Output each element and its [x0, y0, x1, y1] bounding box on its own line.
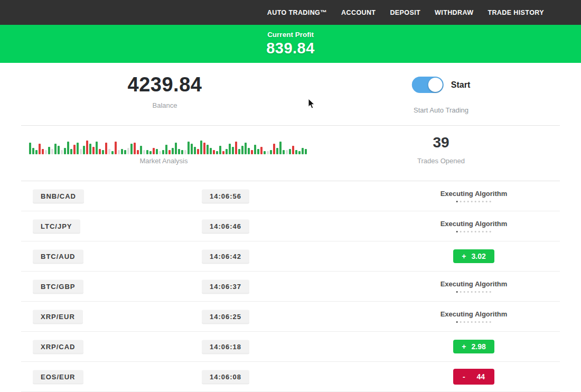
- time-chip[interactable]: 14:06:56: [202, 190, 249, 203]
- market-bar: [175, 143, 177, 154]
- market-bar: [276, 148, 278, 154]
- market-bar: [45, 150, 47, 154]
- trades-opened-value: 39: [433, 134, 449, 151]
- profit-badge: +2.98: [453, 340, 494, 353]
- progress-dots-icon: [456, 201, 491, 202]
- market-bar: [219, 146, 221, 154]
- market-bar: [264, 151, 266, 154]
- market-bar: [159, 151, 161, 154]
- trade-status: -44: [453, 369, 494, 385]
- market-bar: [260, 147, 263, 154]
- pair-chip[interactable]: XRP/EUR: [33, 310, 83, 323]
- pair-chip[interactable]: LTC/JPY: [33, 220, 80, 233]
- nav-item-1[interactable]: ACCOUNT: [341, 9, 376, 16]
- market-bar: [149, 151, 152, 154]
- market-bar: [267, 151, 269, 154]
- toggle-knob-icon: [428, 78, 443, 92]
- market-bar: [73, 145, 76, 154]
- market-bar: [146, 150, 148, 154]
- market-bar: [61, 150, 63, 154]
- trade-status: Executing Algorithm: [441, 280, 508, 293]
- market-bar: [121, 149, 123, 154]
- market-bar: [89, 144, 91, 154]
- market-analysis-chart: [29, 137, 307, 154]
- pair-chip[interactable]: EOS/EUR: [33, 370, 83, 384]
- trade-row: BTC/GBP 14:06:37 Executing Algorithm: [21, 272, 560, 302]
- trade-row: BNB/CAD 14:06:56 Executing Algorithm: [21, 181, 560, 211]
- market-bar: [111, 151, 114, 154]
- market-bar: [35, 150, 38, 154]
- nav-item-3[interactable]: WITHDRAW: [435, 9, 473, 16]
- time-chip[interactable]: 14:06:08: [202, 370, 249, 384]
- nav-item-4[interactable]: TRADE HISTORY: [488, 9, 544, 16]
- nav-item-0[interactable]: AUTO TRADING™: [267, 9, 327, 16]
- auto-trading-toggle-block: Start Start Auto Trading: [412, 77, 470, 114]
- market-bar: [102, 150, 104, 154]
- trade-row: LTC/JPY 14:06:46 Executing Algorithm: [21, 211, 560, 241]
- market-bar: [118, 150, 120, 154]
- time-chip[interactable]: 14:06:18: [202, 340, 249, 353]
- market-bar: [251, 150, 253, 154]
- executing-algorithm-indicator: Executing Algorithm: [441, 280, 508, 293]
- auto-trading-toggle[interactable]: [412, 77, 444, 93]
- trades-list: BNB/CAD 14:06:56 Executing Algorithm LTC…: [21, 181, 560, 392]
- market-bar: [270, 150, 272, 154]
- profit-badge: +3.02: [453, 249, 494, 263]
- market-bar: [162, 150, 164, 154]
- trade-row: EOS/EUR 14:06:08 -44: [21, 362, 560, 392]
- auto-trading-dashboard: AUTO TRADING™ACCOUNTDEPOSITWITHDRAWTRADE…: [0, 0, 581, 392]
- market-analysis-section: Market Analysis 39 Trades Opened: [0, 126, 581, 181]
- market-bar: [289, 149, 291, 154]
- market-bar: [130, 144, 133, 154]
- market-bar: [298, 151, 301, 154]
- current-profit-label: Current Profit: [267, 31, 314, 39]
- progress-dots-icon: [456, 231, 491, 232]
- market-bar: [216, 151, 218, 154]
- market-bar: [210, 148, 212, 154]
- trade-status: Executing Algorithm: [441, 220, 508, 232]
- market-bar: [137, 150, 139, 154]
- pair-chip[interactable]: BNB/CAD: [33, 190, 84, 203]
- pair-chip[interactable]: BTC/GBP: [33, 280, 83, 293]
- pair-chip[interactable]: XRP/CAD: [33, 340, 83, 353]
- toggle-label: Start: [451, 80, 470, 90]
- executing-algorithm-label: Executing Algorithm: [441, 280, 508, 288]
- market-bar: [178, 149, 180, 154]
- market-bar: [77, 143, 79, 154]
- market-bar: [42, 149, 44, 154]
- pair-chip[interactable]: BTC/AUD: [33, 250, 83, 263]
- market-bar: [39, 144, 41, 154]
- time-chip[interactable]: 14:06:42: [202, 250, 249, 263]
- market-bar: [188, 142, 190, 154]
- market-bar: [108, 149, 110, 154]
- trade-status: Executing Algorithm: [441, 190, 508, 202]
- market-bar: [238, 149, 240, 154]
- market-bar: [83, 146, 85, 154]
- market-bar: [226, 149, 228, 154]
- market-bar: [241, 146, 243, 154]
- current-profit-banner: Current Profit 839.84: [0, 25, 581, 63]
- market-bar: [295, 150, 297, 154]
- time-chip[interactable]: 14:06:25: [202, 310, 249, 323]
- market-bar: [96, 142, 98, 154]
- trades-opened-label: Trades Opened: [417, 157, 465, 165]
- market-bar: [115, 142, 117, 154]
- balance-label: Balance: [128, 101, 202, 109]
- market-bar: [153, 148, 155, 154]
- market-bar: [207, 145, 209, 154]
- current-profit-value: 839.84: [266, 40, 315, 57]
- market-bar: [64, 148, 66, 154]
- market-bar: [86, 141, 88, 154]
- market-bar: [235, 142, 237, 154]
- market-bar: [124, 150, 126, 154]
- progress-dots-icon: [456, 321, 491, 323]
- market-analysis-label: Market Analysis: [139, 157, 188, 165]
- market-bar: [140, 146, 142, 154]
- market-bar: [80, 149, 82, 154]
- market-bar: [67, 142, 69, 154]
- time-chip[interactable]: 14:06:37: [202, 280, 249, 293]
- time-chip[interactable]: 14:06:46: [202, 220, 249, 233]
- market-bar: [32, 148, 34, 154]
- market-bar: [194, 147, 196, 154]
- nav-item-2[interactable]: DEPOSIT: [390, 9, 420, 16]
